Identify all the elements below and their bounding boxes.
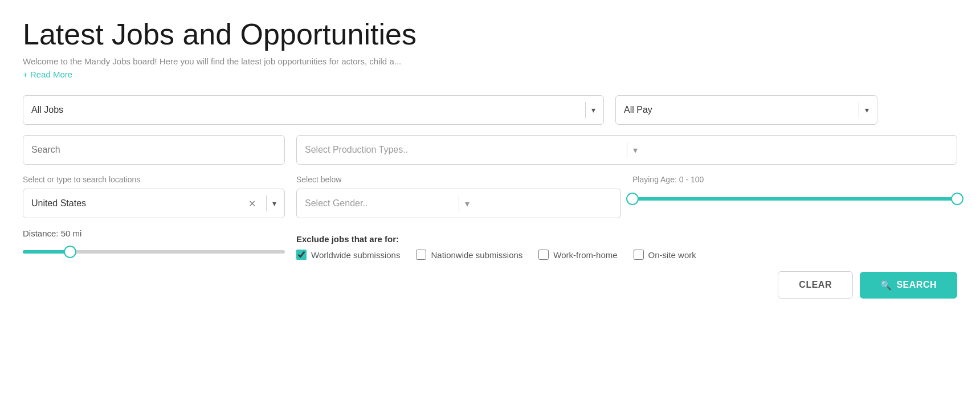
range-thumb-right[interactable] — [951, 193, 963, 205]
pay-label: All Pay — [624, 105, 853, 115]
range-track — [632, 197, 957, 201]
chevron-down-icon[interactable]: ▾ — [272, 199, 276, 208]
distance-track — [23, 250, 285, 254]
gender-wrapper[interactable]: Select Gender.. ▾ — [296, 189, 621, 218]
read-more-link[interactable]: + Read More — [23, 70, 72, 79]
filter-row-1: All Jobs ▾ All Pay ▾ — [23, 95, 957, 125]
exclude-workfromhome-label: Work-from-home — [553, 250, 617, 260]
divider — [627, 142, 627, 158]
filter-row-2: Select Production Types.. ▾ — [23, 135, 957, 165]
chevron-down-icon[interactable]: ▾ — [633, 145, 949, 156]
range-thumb-left[interactable] — [626, 193, 639, 205]
filter-row-3: Select or type to search locations Unite… — [23, 175, 957, 218]
exclude-nationwide-checkbox[interactable] — [416, 250, 426, 260]
search-input-wrapper[interactable] — [23, 135, 285, 165]
page-title: Latest Jobs and Opportunities — [23, 18, 957, 51]
clear-button[interactable]: CLEAR — [778, 271, 853, 299]
production-types-placeholder: Select Production Types.. — [305, 145, 621, 155]
search-button-label: SEARCH — [896, 280, 937, 290]
exclude-label: Exclude jobs that are for: — [296, 234, 957, 244]
chevron-down-icon[interactable]: ▾ — [591, 105, 595, 115]
search-input[interactable] — [31, 145, 276, 155]
exclude-nationwide[interactable]: Nationwide submissions — [416, 250, 522, 260]
gender-section: Select below Select Gender.. ▾ — [296, 175, 621, 218]
exclude-workfromhome-checkbox[interactable] — [538, 250, 549, 260]
divider — [585, 102, 586, 118]
gender-placeholder: Select Gender.. — [305, 198, 453, 209]
location-section: Select or type to search locations Unite… — [23, 175, 285, 218]
exclude-workfromhome[interactable]: Work-from-home — [538, 250, 617, 260]
exclude-onsite-label: On-site work — [648, 250, 696, 260]
exclude-worldwide[interactable]: Worldwide submissions — [296, 250, 400, 260]
gender-section-label: Select below — [296, 175, 621, 184]
search-button[interactable]: 🔍 SEARCH — [860, 272, 957, 299]
divider — [859, 102, 859, 118]
exclude-worldwide-label: Worldwide submissions — [311, 250, 400, 260]
filter-row-4: Distance: 50 mi Exclude jobs that are fo… — [23, 228, 957, 260]
pay-select-wrapper[interactable]: All Pay ▾ — [615, 95, 877, 125]
buttons-row: CLEAR 🔍 SEARCH — [23, 271, 957, 299]
divider — [459, 195, 459, 211]
close-icon[interactable]: ✕ — [248, 198, 256, 209]
playing-age-label: Playing Age: 0 - 100 — [632, 175, 957, 184]
exclude-section: Exclude jobs that are for: Worldwide sub… — [296, 234, 957, 260]
distance-label: Distance: 50 mi — [23, 228, 285, 238]
job-type-select-wrapper[interactable]: All Jobs ▾ — [23, 95, 604, 125]
divider — [266, 195, 267, 211]
playing-age-section: Playing Age: 0 - 100 — [632, 175, 957, 207]
distance-fill — [23, 250, 70, 254]
exclude-checkbox-group: Worldwide submissions Nationwide submiss… — [296, 250, 957, 260]
location-wrapper[interactable]: United States ✕ ▾ — [23, 189, 285, 218]
location-value: United States — [31, 198, 248, 209]
exclude-nationwide-label: Nationwide submissions — [431, 250, 522, 260]
distance-thumb[interactable] — [64, 246, 76, 258]
distance-section: Distance: 50 mi — [23, 228, 285, 260]
chevron-down-icon[interactable]: ▾ — [865, 105, 869, 115]
exclude-worldwide-checkbox[interactable] — [296, 250, 307, 260]
page-subtitle: Welcome to the Mandy Jobs board! Here yo… — [23, 56, 957, 66]
location-section-label: Select or type to search locations — [23, 175, 285, 184]
search-icon: 🔍 — [880, 280, 892, 291]
distance-slider[interactable] — [23, 244, 285, 260]
chevron-down-icon[interactable]: ▾ — [465, 198, 613, 209]
job-type-label: All Jobs — [31, 105, 579, 115]
exclude-onsite-checkbox[interactable] — [634, 250, 644, 260]
playing-age-slider[interactable] — [632, 191, 957, 207]
filters-container: All Jobs ▾ All Pay ▾ Select Production T… — [23, 95, 957, 299]
exclude-onsite[interactable]: On-site work — [634, 250, 696, 260]
production-types-wrapper[interactable]: Select Production Types.. ▾ — [296, 135, 957, 165]
